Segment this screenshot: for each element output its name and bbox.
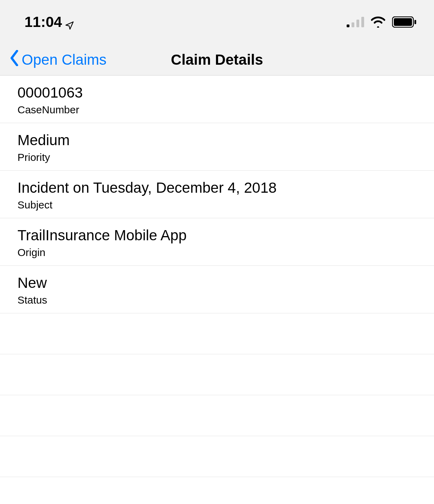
status-right [347, 16, 417, 28]
row-label: Subject [17, 199, 434, 211]
empty-row [0, 354, 434, 395]
row-value: New [17, 274, 434, 292]
case-number-row[interactable]: 00001063 CaseNumber [0, 76, 434, 123]
row-value: Incident on Tuesday, December 4, 2018 [17, 179, 434, 197]
cellular-signal-icon [347, 17, 364, 27]
row-value: 00001063 [17, 84, 434, 101]
row-label: Priority [17, 151, 434, 163]
origin-row[interactable]: TrailInsurance Mobile App Origin [0, 218, 434, 266]
row-label: CaseNumber [17, 104, 434, 116]
status-time-text: 11:04 [24, 14, 62, 30]
row-value: TrailInsurance Mobile App [17, 227, 434, 244]
row-label: Origin [17, 247, 434, 258]
nav-bar: Open Claims Claim Details [0, 44, 434, 76]
row-value: Medium [17, 132, 434, 149]
svg-rect-5 [394, 18, 412, 26]
back-button[interactable]: Open Claims [0, 50, 107, 70]
status-row[interactable]: New Status [0, 266, 434, 313]
empty-row [0, 313, 434, 354]
svg-rect-0 [347, 24, 349, 27]
subject-row[interactable]: Incident on Tuesday, December 4, 2018 Su… [0, 171, 434, 218]
svg-rect-1 [352, 22, 354, 27]
status-time: 11:04 [24, 14, 74, 30]
battery-icon [392, 16, 417, 28]
svg-rect-2 [356, 20, 359, 27]
priority-row[interactable]: Medium Priority [0, 123, 434, 171]
back-label: Open Claims [22, 51, 107, 68]
status-bar: 11:04 [0, 0, 434, 44]
chevron-left-icon [10, 50, 19, 70]
location-icon [65, 17, 74, 27]
wifi-icon [370, 16, 386, 28]
svg-rect-6 [414, 20, 416, 24]
content: 00001063 CaseNumber Medium Priority Inci… [0, 76, 434, 477]
empty-row [0, 436, 434, 477]
empty-row [0, 395, 434, 436]
row-label: Status [17, 294, 434, 306]
svg-rect-3 [361, 17, 364, 27]
